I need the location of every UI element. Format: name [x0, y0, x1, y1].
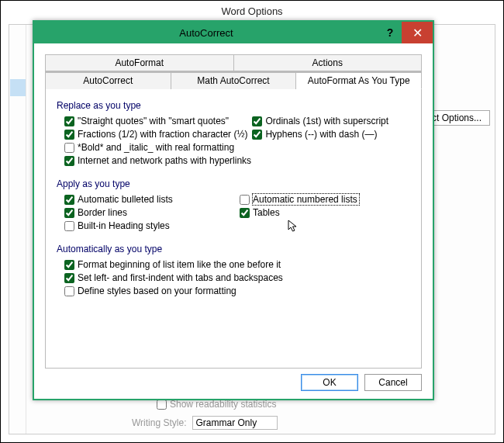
cancel-button[interactable]: Cancel [364, 374, 422, 391]
option-row: Fractions (1/2) with fraction character … [64, 129, 247, 140]
writing-style-label: Writing Style: [132, 417, 186, 428]
option-row: Ordinals (1st) with superscript [252, 116, 410, 126]
option-checkbox[interactable] [64, 195, 74, 205]
tab-row-bottom: AutoCorrect Math AutoCorrect AutoFormat … [45, 72, 422, 89]
option-label: Tables [253, 207, 280, 218]
option-checkbox[interactable] [64, 221, 74, 231]
writing-style-field[interactable] [192, 416, 278, 430]
help-button[interactable]: ? [378, 26, 402, 39]
autocorrect-dialog: AutoCorrect ? ✕ AutoFormat Actions AutoC… [33, 20, 434, 400]
option-checkbox[interactable] [64, 156, 74, 166]
option-label: Automatic numbered lists [253, 194, 359, 205]
option-label: Built-in Heading styles [78, 220, 170, 231]
option-row: Format beginning of list item like the o… [64, 259, 410, 270]
tab-autocorrect[interactable]: AutoCorrect [45, 72, 171, 89]
tab-autoformat[interactable]: AutoFormat [45, 54, 234, 71]
option-label: Fractions (1/2) with fraction character … [78, 129, 247, 140]
option-row: Set left- and first-indent with tabs and… [64, 272, 410, 283]
tab-actions[interactable]: Actions [234, 54, 423, 71]
section-apply-opts: Automatic bulleted listsAutomatic number… [57, 194, 410, 231]
option-label: Format beginning of list item like the o… [78, 259, 281, 270]
option-row: Automatic bulleted lists [64, 194, 235, 205]
option-label: "Straight quotes" with "smart quotes" [78, 116, 229, 126]
option-row: "Straight quotes" with "smart quotes" [64, 116, 247, 126]
ok-button[interactable]: OK [301, 374, 358, 391]
option-label: *Bold* and _italic_ with real formatting [78, 142, 234, 153]
option-row: Automatic numbered lists [240, 194, 410, 205]
tab-row-top: AutoFormat Actions [45, 54, 422, 72]
tab-autoformat-as-you-type[interactable]: AutoFormat As You Type [296, 72, 422, 89]
option-checkbox[interactable] [64, 130, 74, 140]
section-apply-label: Apply as you type [57, 178, 410, 189]
option-checkbox[interactable] [64, 273, 74, 283]
word-options-sidebar [9, 25, 26, 434]
option-checkbox[interactable] [240, 208, 250, 218]
section-auto-label: Automatically as you type [57, 244, 410, 254]
option-checkbox[interactable] [252, 116, 262, 126]
option-checkbox[interactable] [64, 143, 74, 153]
sidebar-selection [10, 79, 26, 96]
option-checkbox[interactable] [64, 260, 74, 270]
readability-label: Show readability statistics [170, 399, 276, 410]
option-checkbox[interactable] [240, 195, 250, 205]
option-checkbox[interactable] [252, 130, 262, 140]
option-checkbox[interactable] [64, 208, 74, 218]
option-label: Ordinals (1st) with superscript [265, 116, 388, 126]
word-options-snippet: Show readability statistics Writing Styl… [126, 399, 487, 430]
option-label: Define styles based on your formatting [78, 286, 236, 296]
section-replace-opts: "Straight quotes" with "smart quotes"Ord… [57, 116, 410, 166]
option-label: Automatic bulleted lists [78, 194, 173, 205]
option-label: Set left- and first-indent with tabs and… [78, 272, 283, 283]
option-row: Border lines [64, 207, 235, 218]
section-replace-label: Replace as you type [57, 100, 410, 111]
option-label: Hyphens (--) with dash (—) [265, 129, 377, 140]
option-row: Hyphens (--) with dash (—) [252, 129, 410, 140]
tab-math-autocorrect[interactable]: Math AutoCorrect [171, 72, 297, 89]
dialog-title: AutoCorrect [34, 27, 378, 39]
option-label: Border lines [78, 207, 127, 218]
dialog-button-row: OK Cancel [301, 374, 422, 391]
option-row: Built-in Heading styles [64, 220, 410, 231]
word-options-title: Word Options [1, 1, 503, 22]
dialog-titlebar[interactable]: AutoCorrect ? ✕ [34, 22, 433, 43]
option-label: Internet and network paths with hyperlin… [78, 155, 251, 166]
option-row: Define styles based on your formatting [64, 286, 410, 296]
option-checkbox[interactable] [64, 116, 74, 126]
dialog-body: AutoFormat Actions AutoCorrect Math Auto… [34, 43, 433, 399]
option-checkbox[interactable] [64, 286, 74, 296]
option-row: Tables [240, 207, 410, 218]
tab-panel: Replace as you type "Straight quotes" wi… [45, 89, 422, 369]
section-auto-opts: Format beginning of list item like the o… [57, 259, 410, 296]
readability-checkbox[interactable] [157, 400, 167, 410]
option-row: *Bold* and _italic_ with real formatting [64, 142, 410, 153]
close-button[interactable]: ✕ [402, 22, 433, 43]
option-row: Internet and network paths with hyperlin… [64, 155, 410, 166]
